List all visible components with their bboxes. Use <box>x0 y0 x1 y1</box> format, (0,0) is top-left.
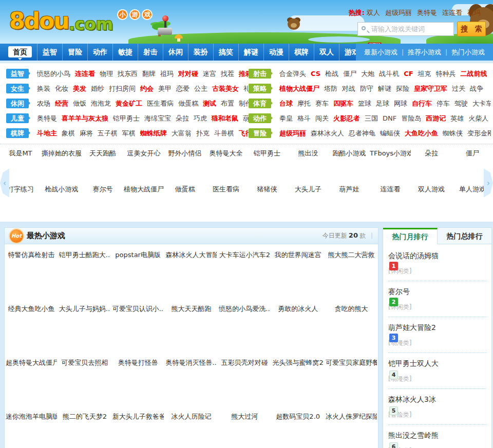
game-title-link[interactable]: 新大头儿子救爸爸 <box>112 412 164 421</box>
search-button[interactable]: 搜 索 <box>457 22 486 36</box>
carousel-game-link[interactable]: 做蛋糕 <box>164 185 205 216</box>
game-title-link[interactable]: 贪吃的熊大 <box>335 304 368 314</box>
ranking-item[interactable]: 森林冰火人3冰[冒险类]5 <box>388 389 486 425</box>
game-card[interactable]: 森林冰火人大冒险 <box>165 244 218 298</box>
category-link[interactable]: 网球 <box>394 99 407 108</box>
ranking-item[interactable]: 会说话的汤姆猫[休闲类]1 <box>388 245 486 281</box>
game-title-link[interactable]: 可爱宝贝去照相 <box>61 358 108 367</box>
game-card[interactable]: 贪吃的熊大 <box>325 298 378 352</box>
nav-item-1[interactable]: 益智 <box>37 44 62 61</box>
ranking-game-name[interactable]: 森林冰火人3冰 <box>388 395 486 404</box>
category-link[interactable]: 驾驶 <box>454 99 468 108</box>
category-label[interactable]: 策略 <box>249 84 271 93</box>
game-card[interactable]: 熊二的飞天梦2 <box>58 406 111 448</box>
category-link[interactable]: 猫和老鼠 <box>212 114 238 123</box>
category-link[interactable]: 超级玛丽 <box>279 129 306 138</box>
ranking-item[interactable]: 熊出没之雪岭熊[儿童类]6 <box>388 425 486 448</box>
category-link[interactable]: 蝙蝠侠 <box>380 129 400 138</box>
category-link[interactable]: 祖玛 <box>160 69 174 79</box>
category-link[interactable]: 闯关 <box>315 114 329 123</box>
ranking-tab-0[interactable]: 热门月排行 <box>383 228 438 244</box>
game-title-link[interactable]: 熊大天天酷跑 <box>171 304 211 314</box>
game-title-link[interactable]: 冰火人历险记 <box>171 412 211 421</box>
category-link[interactable]: 皇家守卫军 <box>414 84 447 93</box>
category-link[interactable]: 做饭 <box>73 99 86 108</box>
category-label[interactable]: 女生 <box>6 84 29 93</box>
carousel-game-link[interactable]: 连连看 <box>370 185 411 216</box>
game-card[interactable]: 愤怒的小鸟爱洗... <box>218 298 271 352</box>
nav-item-4[interactable]: 敏捷 <box>112 44 138 61</box>
game-title-link[interactable]: 勇敢的冰火人 <box>278 304 318 314</box>
carousel-game-link[interactable]: 撕掉她的衣服 <box>41 149 82 180</box>
carousel-game-link[interactable]: 葫芦娃 <box>329 185 370 216</box>
category-link[interactable]: 礼服 <box>243 84 249 93</box>
category-link[interactable]: 愤怒的小鸟 <box>37 69 70 79</box>
category-link[interactable]: CS <box>311 70 320 77</box>
category-link[interactable]: 美发 <box>73 84 86 93</box>
category-link[interactable]: 找东西 <box>118 69 138 79</box>
hot-search-term[interactable]: 祖玛 <box>467 9 481 16</box>
category-link[interactable]: 足球 <box>376 99 389 108</box>
category-link[interactable]: 约会 <box>140 84 154 93</box>
category-link[interactable]: 找茬 <box>221 69 234 79</box>
category-link[interactable]: 僵尸 <box>343 69 356 79</box>
category-link[interactable]: 变形金刚 <box>467 129 491 138</box>
category-link[interactable]: 探险 <box>396 84 409 93</box>
game-title-link[interactable]: 熊大过河 <box>231 412 258 421</box>
category-link[interactable]: 泡泡龙 <box>91 99 111 108</box>
carousel-game-link[interactable]: TFboys小游戏 <box>370 149 411 180</box>
carousel-game-link[interactable]: 朵拉 <box>411 149 452 180</box>
game-title-link[interactable]: 迷你泡泡羊电脑版 <box>6 412 57 421</box>
category-link[interactable]: 象棋 <box>62 129 75 138</box>
category-label[interactable]: 休闲 <box>6 99 29 108</box>
category-label[interactable]: 射击 <box>249 69 271 79</box>
category-link[interactable]: 战斗机 <box>379 69 399 79</box>
category-link[interactable]: 停车 <box>437 99 450 108</box>
category-link[interactable]: 测试 <box>203 99 216 108</box>
nav-quick-link[interactable]: 推荐小游戏 <box>408 48 441 57</box>
category-link[interactable]: 海绵宝宝 <box>144 114 171 123</box>
category-link[interactable]: 经营 <box>55 99 68 108</box>
ranking-item[interactable]: 铠甲勇士双人大[动漫类]4 <box>388 353 486 389</box>
game-card[interactable]: 可爱宝贝家庭野餐 <box>325 352 378 406</box>
category-link[interactable]: 森林冰火人 <box>311 129 344 138</box>
carousel-game-link[interactable]: 野外小情侣 <box>164 149 205 180</box>
game-title-link[interactable]: 大头儿子与妈妈... <box>59 304 110 314</box>
game-title-link[interactable]: 奥特曼打怪兽 <box>118 358 158 367</box>
category-link[interactable]: 格斗 <box>297 114 311 123</box>
carousel-game-link[interactable]: 大头儿子 <box>288 185 329 216</box>
category-link[interactable]: 台球 <box>279 99 293 108</box>
category-link[interactable]: 物理 <box>100 69 113 79</box>
nav-item-3[interactable]: 动作 <box>87 44 112 61</box>
carousel-game-link[interactable]: 熊出没 <box>288 149 329 180</box>
nav-item-10[interactable]: 动漫 <box>263 44 289 61</box>
ranking-item[interactable]: 赛尔号[休闲类]2 <box>388 281 486 317</box>
category-label[interactable]: 益智 <box>6 69 29 79</box>
nav-item-12[interactable]: 双人 <box>314 44 339 61</box>
ranking-game-name[interactable]: 赛尔号 <box>388 287 486 297</box>
game-title-link[interactable]: 熊二的飞天梦2 <box>63 412 107 421</box>
category-link[interactable]: 奥特曼 <box>37 114 57 123</box>
category-link[interactable]: 喜羊羊与灰太狼 <box>62 114 108 123</box>
category-link[interactable]: 自行车 <box>412 99 432 108</box>
category-link[interactable]: 连连看 <box>75 69 95 79</box>
category-link[interactable]: 打扫房间 <box>109 84 136 93</box>
category-link[interactable]: 恋爱 <box>176 84 189 93</box>
carousel-game-link[interactable]: 猪猪侠 <box>246 185 288 216</box>
carousel-game-link[interactable]: 赛尔号 <box>82 185 123 216</box>
category-link[interactable]: 黄金矿工 <box>116 99 142 108</box>
search-input[interactable] <box>357 22 454 36</box>
category-link[interactable]: 英雄 <box>450 114 464 123</box>
game-card[interactable]: 熊大熊二大营救 <box>325 244 378 298</box>
category-link[interactable]: 植物大战僵尸 <box>279 84 319 93</box>
category-link[interactable]: 拳皇 <box>279 114 293 123</box>
category-link[interactable]: 古装美女 <box>212 84 239 93</box>
category-link[interactable]: 麻将 <box>80 129 93 138</box>
category-link[interactable]: 大卡车 <box>472 99 491 108</box>
ranking-item[interactable]: 葫芦娃大冒险2[动漫类]3 <box>388 317 486 353</box>
game-card[interactable]: 经典大鱼吃小鱼 <box>5 298 58 352</box>
category-link[interactable]: 坦克 <box>418 69 431 79</box>
nav-quick-link[interactable]: 最新小游戏 <box>364 48 397 57</box>
category-link[interactable]: 葫芦娃 <box>243 114 249 123</box>
game-title-link[interactable]: 五彩贝壳对对碰 <box>221 358 268 367</box>
